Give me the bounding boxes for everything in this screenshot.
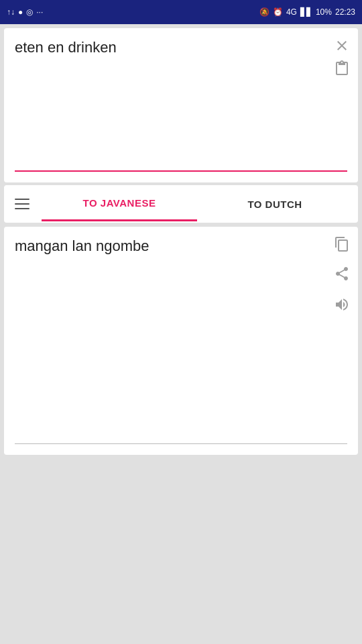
hamburger-menu-button[interactable] <box>9 193 35 215</box>
whatsapp-icon: ● <box>18 7 23 17</box>
tab-javanese[interactable]: TO JAVANESE <box>42 186 197 221</box>
share-icon <box>334 266 350 282</box>
mute-icon: 🔕 <box>259 7 269 17</box>
hamburger-line-3 <box>15 208 29 209</box>
input-underline <box>15 170 347 172</box>
close-icon <box>334 38 350 54</box>
input-card: eten en drinken <box>4 28 358 182</box>
output-text: mangan lan ngombe <box>15 237 149 254</box>
copy-output-button[interactable] <box>334 236 350 256</box>
alarm-icon: ⏰ <box>273 7 283 17</box>
more-icon: ··· <box>36 7 43 17</box>
network-4g-icon: 4G <box>286 7 297 17</box>
tts-button[interactable] <box>334 297 350 317</box>
status-bar: ↑↓ ● ◎ ··· 🔕 ⏰ 4G ▋▋ 10% 22:23 <box>0 0 362 24</box>
clipboard-icon <box>334 60 350 76</box>
status-left-icons: ↑↓ ● ◎ ··· <box>7 7 43 17</box>
paste-button[interactable] <box>334 60 350 80</box>
share-button[interactable] <box>334 266 350 286</box>
status-right-icons: 🔕 ⏰ 4G ▋▋ 10% 22:23 <box>259 7 355 17</box>
camera-icon: ◎ <box>26 7 33 17</box>
clear-button[interactable] <box>334 38 350 56</box>
time-display: 22:23 <box>335 7 355 17</box>
input-text: eten en drinken <box>15 39 117 56</box>
signal-bars-icon: ▋▋ <box>300 7 312 17</box>
output-underline <box>15 443 347 445</box>
hamburger-line-2 <box>15 203 29 205</box>
copy-icon <box>334 236 350 252</box>
signal-up-icon: ↑↓ <box>7 7 15 17</box>
hamburger-line-1 <box>15 199 29 200</box>
tab-dutch[interactable]: TO DUTCH <box>197 188 353 221</box>
speaker-icon <box>334 297 350 313</box>
tab-bar: TO JAVANESE TO DUTCH <box>4 185 358 223</box>
battery-icon: 10% <box>316 7 332 17</box>
output-card: mangan lan ngombe <box>4 227 358 455</box>
